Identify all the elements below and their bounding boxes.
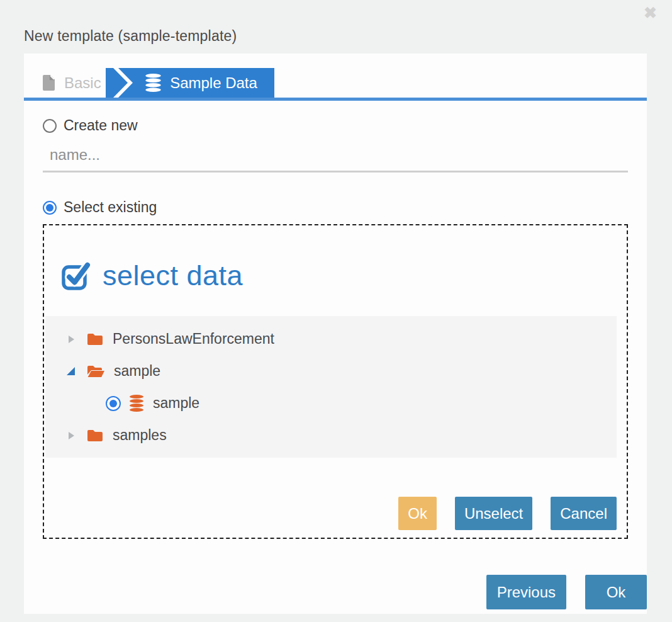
tree-item-personslawenforcement[interactable]: PersonsLawEnforcement — [45, 323, 617, 355]
select-data-button-row: Ok Unselect Cancel — [44, 497, 617, 530]
radio-button-selected[interactable] — [43, 201, 57, 215]
check-square-icon — [61, 261, 92, 291]
tab-basic-label: Basic — [64, 74, 101, 92]
radio-create-new[interactable]: Create new — [43, 117, 628, 134]
tree-item-sample-folder[interactable]: sample — [45, 355, 617, 387]
tab-sample-data[interactable]: Sample Data — [106, 68, 274, 98]
select-data-container: select data PersonsLawEnforcement — [43, 224, 628, 539]
unselect-button[interactable]: Unselect — [455, 497, 532, 530]
close-icon[interactable]: ✖ — [644, 5, 657, 21]
dialog-panel: Basic Sample Data Create new — [24, 54, 647, 614]
previous-button[interactable]: Previous — [486, 575, 566, 609]
dialog-title: New template (sample-template) — [24, 28, 237, 45]
tree-item-label[interactable]: sample — [153, 395, 199, 412]
folder-icon — [86, 429, 104, 443]
tab-sample-data-label: Sample Data — [170, 74, 257, 92]
name-input[interactable] — [43, 140, 628, 172]
tab-basic[interactable]: Basic — [43, 68, 101, 98]
tree-item-label[interactable]: samples — [113, 427, 167, 444]
wizard-footer-buttons: Previous Ok — [486, 575, 647, 609]
select-existing-label: Select existing — [64, 199, 157, 216]
create-new-label: Create new — [64, 117, 138, 134]
tab-arrow-decoration — [106, 68, 135, 98]
active-tab-underline — [24, 98, 647, 101]
chevron-expanded-icon[interactable] — [67, 367, 76, 376]
radio-button-unselected[interactable] — [43, 119, 57, 133]
ok-button[interactable]: Ok — [398, 497, 437, 530]
database-icon — [145, 74, 162, 92]
tree-item-samples[interactable]: samples — [45, 419, 617, 451]
tab-content: Create new Select existing select data — [24, 117, 647, 539]
tree-item-sample-data[interactable]: sample — [45, 387, 617, 419]
tree-item-label[interactable]: sample — [114, 363, 160, 380]
wizard-ok-button[interactable]: Ok — [585, 575, 647, 609]
chevron-right-icon[interactable] — [67, 431, 76, 440]
folder-icon — [86, 332, 104, 346]
database-icon — [129, 395, 144, 412]
tab-bar: Basic Sample Data — [24, 54, 647, 101]
data-tree: PersonsLawEnforcement sample — [45, 316, 617, 458]
folder-open-icon — [86, 365, 105, 378]
file-icon — [43, 75, 56, 91]
radio-select-existing[interactable]: Select existing — [43, 199, 628, 216]
tree-radio-selected[interactable] — [106, 396, 121, 411]
tree-item-label[interactable]: PersonsLawEnforcement — [113, 331, 274, 348]
chevron-right-icon[interactable] — [67, 335, 76, 344]
select-data-header: select data — [61, 259, 627, 292]
cancel-button[interactable]: Cancel — [551, 497, 617, 530]
select-data-title: select data — [103, 259, 243, 292]
